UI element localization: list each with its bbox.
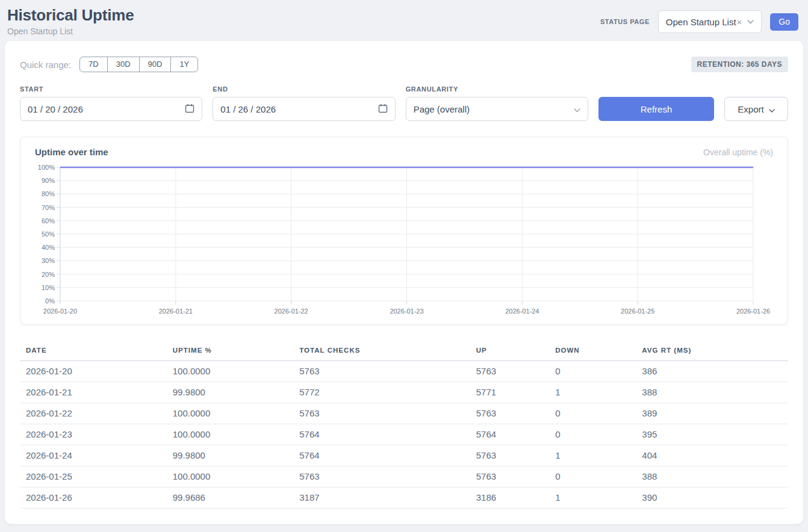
column-header: UPTIME % <box>167 341 294 361</box>
column-header: UP <box>470 341 549 361</box>
status-page-label: STATUS PAGE <box>600 18 650 25</box>
status-page-value: Open Startup List <box>666 17 736 27</box>
table-cell: 100.0000 <box>167 403 294 424</box>
svg-text:100%: 100% <box>38 164 55 171</box>
table-cell: 5764 <box>293 445 470 466</box>
table-cell: 3187 <box>293 487 470 509</box>
table-cell: 0 <box>549 403 636 424</box>
table-cell: 1 <box>549 487 636 509</box>
svg-text:10%: 10% <box>42 284 55 291</box>
svg-text:2026-01-25: 2026-01-25 <box>621 308 654 315</box>
header-right: STATUS PAGE Open Startup List × Go <box>600 6 798 33</box>
end-date-input[interactable]: 01 / 26 / 2026 <box>213 97 395 121</box>
granularity-value: Page (overall) <box>414 104 470 114</box>
table-cell: 5763 <box>470 361 549 382</box>
table-cell: 100.0000 <box>167 424 294 445</box>
table-header-row: DATEUPTIME %TOTAL CHECKSUPDOWNAVG RT (MS… <box>20 341 788 361</box>
svg-text:2026-01-26: 2026-01-26 <box>736 308 770 315</box>
table-cell: 5764 <box>293 424 470 445</box>
table-cell: 5763 <box>293 361 470 382</box>
quick-range-7d[interactable]: 7D <box>79 57 108 72</box>
end-date-field: END 01 / 26 / 2026 <box>213 85 395 121</box>
start-date-input[interactable]: 01 / 20 / 2026 <box>20 97 202 121</box>
uptime-chart-svg: 0%10%20%30%40%50%60%70%80%90%100%2026-01… <box>35 162 773 317</box>
table-row: 2026-01-2199.9800577257711388 <box>20 382 788 403</box>
granularity-label: GRANULARITY <box>406 85 588 93</box>
table-cell: 99.9800 <box>167 382 294 403</box>
chart-legend-label: Overall uptime (%) <box>703 147 773 157</box>
table-cell: 2026-01-23 <box>20 424 167 445</box>
retention-badge: RETENTION: 365 DAYS <box>691 57 788 72</box>
table-cell: 390 <box>636 487 788 509</box>
svg-text:50%: 50% <box>42 230 55 238</box>
start-label: START <box>20 85 202 93</box>
svg-text:2026-01-20: 2026-01-20 <box>43 308 77 315</box>
quick-range-label: Quick range: <box>20 60 71 70</box>
granularity-select[interactable]: Page (overall) <box>406 97 588 121</box>
quick-range-30d[interactable]: 30D <box>107 57 140 72</box>
table-cell: 100.0000 <box>167 361 294 382</box>
granularity-field: GRANULARITY Page (overall) <box>406 85 588 121</box>
chevron-down-icon <box>574 104 580 114</box>
start-date-value: 01 / 20 / 2026 <box>28 104 83 114</box>
table-cell: 2026-01-24 <box>20 445 167 466</box>
svg-text:2026-01-22: 2026-01-22 <box>275 308 308 315</box>
table-cell: 388 <box>636 466 788 487</box>
end-label: END <box>213 85 395 93</box>
status-page-select[interactable]: Open Startup List × <box>658 10 762 33</box>
table-cell: 1 <box>549 382 636 403</box>
table-cell: 5764 <box>470 424 549 445</box>
clear-icon[interactable]: × <box>737 17 742 27</box>
page-subtitle: Open Startup List <box>7 26 134 36</box>
svg-text:40%: 40% <box>42 244 55 251</box>
table-cell: 100.0000 <box>167 466 294 487</box>
svg-text:0%: 0% <box>45 297 55 305</box>
table-cell: 2026-01-20 <box>20 361 167 382</box>
table-cell: 389 <box>636 403 788 424</box>
column-header: AVG RT (MS) <box>636 341 788 361</box>
go-button[interactable]: Go <box>770 13 798 31</box>
svg-text:80%: 80% <box>42 190 55 197</box>
table-cell: 2026-01-26 <box>20 487 167 509</box>
svg-text:70%: 70% <box>42 204 55 211</box>
column-header: DOWN <box>549 341 636 361</box>
uptime-table: DATEUPTIME %TOTAL CHECKSUPDOWNAVG RT (MS… <box>20 341 788 509</box>
table-cell: 99.9800 <box>167 445 294 466</box>
quick-range-90d[interactable]: 90D <box>139 57 172 72</box>
table-cell: 0 <box>549 466 636 487</box>
calendar-icon[interactable] <box>185 104 194 115</box>
chevron-down-icon <box>769 104 775 114</box>
calendar-icon[interactable] <box>378 104 388 115</box>
quick-range-group: 7D30D90D1Y <box>79 57 198 72</box>
main-panel: Quick range: 7D30D90D1Y RETENTION: 365 D… <box>5 41 803 524</box>
filter-row: START 01 / 20 / 2026 END 01 / 26 / 2026 … <box>20 85 788 121</box>
export-button[interactable]: Export <box>724 97 788 121</box>
page-title: Historical Uptime <box>7 6 134 25</box>
column-header: TOTAL CHECKS <box>293 341 470 361</box>
svg-text:2026-01-21: 2026-01-21 <box>159 308 193 315</box>
table-cell: 5763 <box>293 403 470 424</box>
uptime-chart-card: Uptime over time Overall uptime (%) 0%10… <box>20 137 788 325</box>
table-row: 2026-01-25100.0000576357630388 <box>20 466 788 487</box>
end-date-value: 01 / 26 / 2026 <box>220 104 276 114</box>
chart-title: Uptime over time <box>35 147 108 157</box>
table-cell: 1 <box>549 445 636 466</box>
table-cell: 5772 <box>293 382 470 403</box>
table-row: 2026-01-23100.0000576457640395 <box>20 424 788 445</box>
column-header: DATE <box>20 341 167 361</box>
quick-range-1y[interactable]: 1Y <box>170 57 198 72</box>
svg-text:2026-01-23: 2026-01-23 <box>390 308 423 315</box>
refresh-button[interactable]: Refresh <box>598 97 714 121</box>
table-row: 2026-01-2699.9686318731861390 <box>20 487 788 509</box>
table-cell: 404 <box>636 445 788 466</box>
top-header: Historical Uptime Open Startup List STAT… <box>0 0 808 41</box>
svg-text:60%: 60% <box>42 217 55 224</box>
table-cell: 2026-01-21 <box>20 382 167 403</box>
table-cell: 99.9686 <box>167 487 294 509</box>
title-block: Historical Uptime Open Startup List <box>7 6 134 36</box>
table-row: 2026-01-22100.0000576357630389 <box>20 403 788 424</box>
table-cell: 0 <box>549 424 636 445</box>
table-cell: 0 <box>549 361 636 382</box>
svg-text:90%: 90% <box>42 177 55 184</box>
table-cell: 2026-01-25 <box>20 466 167 487</box>
